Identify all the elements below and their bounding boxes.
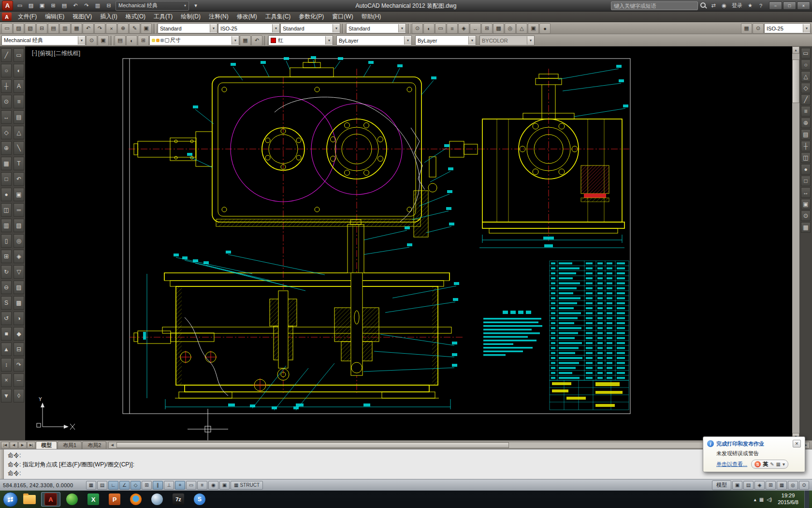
tab-next-button[interactable]: ▶: [18, 442, 27, 448]
modify-tool-icon-8[interactable]: ┼: [801, 141, 811, 151]
draw-tool-icon-29[interactable]: ▽: [14, 265, 24, 279]
taskbar-explorer[interactable]: [20, 492, 39, 507]
command-window[interactable]: 命令: 命令: 指定对角点或 [栏选(F)/圈围(WP)/圈交(CP)]: 命令…: [0, 449, 812, 479]
taskbar-autocad[interactable]: A: [41, 492, 60, 507]
draw-tool-icon-14[interactable]: ▦: [1, 157, 12, 170]
draw-tool-icon-26[interactable]: ⊞: [1, 250, 12, 263]
network-icon[interactable]: ▦: [759, 497, 764, 502]
toolbar-icon-b11[interactable]: ●: [539, 23, 551, 34]
user-icon[interactable]: ◉: [720, 2, 728, 10]
draw-tool-icon-41[interactable]: ↷: [14, 358, 24, 372]
menu-insert[interactable]: 插入(I): [96, 12, 121, 22]
draw-tool-icon-15[interactable]: T: [14, 157, 24, 170]
prop-toolbar-icon-tb2c0[interactable]: ▦: [240, 35, 251, 46]
prop-toolbar-icon-tb2b2[interactable]: ⊞: [138, 35, 149, 46]
command-prompt[interactable]: 命令:: [8, 469, 808, 478]
menu-window[interactable]: 窗口(W): [328, 12, 357, 22]
tab-model[interactable]: 模型: [36, 441, 57, 449]
draw-tool-icon-38[interactable]: ▲: [1, 343, 12, 356]
qat-icon-0[interactable]: ▭: [14, 1, 25, 11]
status-toggle-5[interactable]: ⊞: [142, 481, 152, 490]
show-desktop-button[interactable]: [804, 491, 809, 508]
close-button[interactable]: ×: [797, 1, 810, 10]
draw-tool-icon-31[interactable]: ▨: [14, 281, 24, 294]
toolbar-icon-9[interactable]: ×: [106, 23, 117, 34]
horizontal-scroll-thumb[interactable]: [116, 442, 508, 448]
command-window-grip[interactable]: [0, 449, 4, 479]
menu-draw[interactable]: 绘制(D): [177, 12, 204, 22]
notification-close-button[interactable]: ✕: [793, 440, 801, 448]
menu-parametric[interactable]: 参数化(P): [295, 12, 328, 22]
tab-first-button[interactable]: |◀: [1, 442, 9, 448]
draw-tool-icon-16[interactable]: □: [1, 172, 12, 186]
vertical-scroll-thumb[interactable]: [792, 60, 799, 103]
status-toggle-4[interactable]: ◇: [130, 481, 141, 490]
draw-tool-icon-35[interactable]: ◑: [14, 312, 24, 325]
modify-tool-icon-15[interactable]: ▦: [801, 222, 811, 233]
draw-tool-icon-4[interactable]: ┼: [1, 79, 12, 93]
tab-layout1[interactable]: 布局1: [58, 441, 82, 449]
menu-app-icon[interactable]: A: [2, 13, 12, 21]
draw-tool-icon-32[interactable]: S: [1, 296, 12, 310]
annotation-scale-combo[interactable]: ISO-25▼: [764, 23, 811, 33]
layer-combo[interactable]: 尺寸▼: [149, 35, 239, 45]
modify-tool-icon-2[interactable]: △: [801, 71, 811, 82]
draw-tool-icon-43[interactable]: ─: [14, 374, 24, 387]
toolbar-icon-b8[interactable]: ◎: [505, 23, 516, 34]
struct-filter-button[interactable]: ▦ STRUCT: [231, 481, 263, 490]
status-toggle-8[interactable]: +: [175, 481, 185, 490]
modify-tool-icon-1[interactable]: ○: [801, 60, 811, 70]
status-toggle-11[interactable]: ◉: [208, 481, 218, 490]
toolbar-icon-1[interactable]: ▨: [13, 23, 24, 34]
prop-toolbar-icon-tb2b1[interactable]: ◐: [126, 35, 137, 46]
taskbar-firefox[interactable]: [126, 492, 145, 507]
tab-prev-button[interactable]: ◀: [10, 442, 18, 448]
ime-language-toggle[interactable]: 英: [763, 461, 768, 468]
sogou-ime-icon[interactable]: S: [754, 461, 761, 467]
status-toggle-6[interactable]: ∥: [153, 481, 163, 490]
toolbar-icon-b2[interactable]: ▭: [435, 23, 446, 34]
draw-tool-icon-9[interactable]: ▤: [14, 110, 24, 124]
drawing-canvas[interactable]: [-] [俯视] [二维线框]: [25, 46, 792, 440]
toolbar-icon-3[interactable]: ⊟: [36, 23, 47, 34]
draw-tool-icon-25[interactable]: ◎: [14, 234, 24, 248]
modify-tool-icon-3[interactable]: ◇: [801, 83, 811, 93]
menu-tools[interactable]: 工具(T): [150, 12, 176, 22]
toolbar-icon-b5[interactable]: ↔: [470, 23, 481, 34]
modify-tool-icon-4[interactable]: ╱: [801, 94, 811, 105]
status-toggle-2[interactable]: ∟: [108, 481, 118, 490]
tab-layout2[interactable]: 布局2: [82, 441, 106, 449]
draw-tool-icon-1[interactable]: ▭: [14, 48, 24, 62]
search-input[interactable]: [611, 1, 698, 10]
status-toggle-0[interactable]: ▦: [86, 481, 96, 490]
star-icon[interactable]: ★: [746, 2, 754, 10]
draw-tool-icon-21[interactable]: ═: [14, 203, 24, 217]
tab-last-button[interactable]: ▶|: [27, 442, 35, 448]
status-right-icon-6[interactable]: ⊙: [799, 481, 809, 490]
draw-tool-icon-19[interactable]: ▣: [14, 188, 24, 201]
taskbar-excel[interactable]: X: [84, 492, 103, 507]
application-menu-button[interactable]: A: [2, 0, 13, 11]
vertical-scrollbar[interactable]: ▲ ▼: [792, 46, 799, 440]
prop-toolbar-icon-tb2c1[interactable]: ↶: [251, 35, 262, 46]
signin-link[interactable]: 登录: [730, 2, 744, 9]
status-right-icon-3[interactable]: ⊞: [766, 481, 776, 490]
draw-tool-icon-27[interactable]: ◈: [14, 250, 24, 263]
status-toggle-10[interactable]: ≡: [197, 481, 207, 490]
taskbar-browser[interactable]: [62, 492, 82, 507]
menu-help[interactable]: 帮助(H): [358, 12, 385, 22]
draw-tool-icon-23[interactable]: ▧: [14, 219, 24, 232]
ime-menu-icon[interactable]: ▾: [783, 462, 785, 467]
toolbar-icon-b0[interactable]: ⊙: [412, 23, 423, 34]
ime-pen-icon[interactable]: ✎: [770, 462, 774, 467]
qat-icon-5[interactable]: ↶: [70, 1, 81, 11]
search-icon[interactable]: [700, 2, 707, 9]
restore-button[interactable]: □: [783, 1, 796, 10]
vertical-scroll-track[interactable]: [792, 54, 799, 433]
viewport-menu-control[interactable]: [-]: [32, 49, 37, 58]
qat-icon-3[interactable]: ⊞: [48, 1, 58, 11]
draw-tool-icon-18[interactable]: ●: [1, 188, 12, 201]
modify-tool-icon-9[interactable]: ◫: [801, 152, 811, 163]
status-right-icon-2[interactable]: ◈: [754, 481, 765, 490]
toolbar-icon-b6[interactable]: ⊞: [481, 23, 493, 34]
